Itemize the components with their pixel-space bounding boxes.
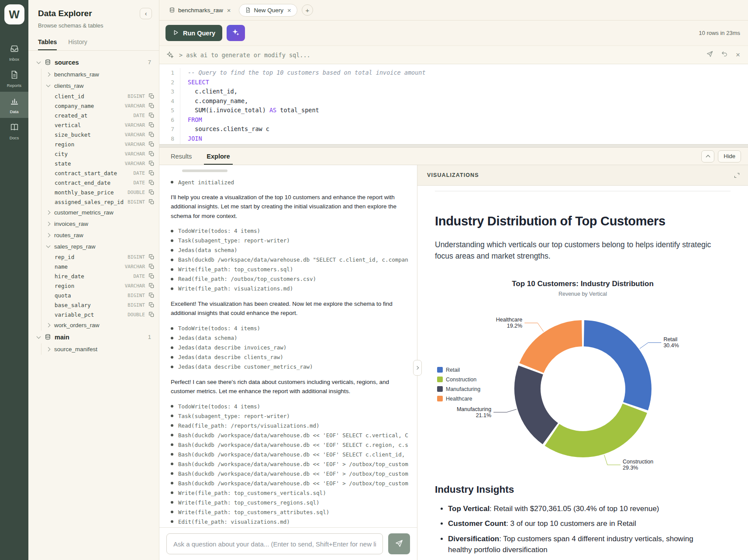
expand-icon[interactable] — [734, 172, 740, 179]
chevron-icon[interactable] — [46, 210, 51, 214]
chevron-icon[interactable] — [46, 347, 51, 351]
log-tool-entry[interactable]: Edit(file_path: visualizations.md) — [171, 517, 408, 526]
editor-resize-handle[interactable] — [159, 144, 748, 148]
copy-icon[interactable] — [148, 302, 155, 308]
tab-explore[interactable]: Explore — [207, 148, 230, 165]
tree-schema-sources[interactable]: sources7 — [37, 56, 155, 69]
tree-column-rep_id[interactable]: rep_idBIGINT — [37, 252, 155, 262]
add-tab-button[interactable]: + — [302, 4, 313, 16]
tree-table-source_manifest[interactable]: source_manifest — [37, 343, 155, 355]
chevron-icon[interactable] — [37, 334, 41, 339]
copy-icon[interactable] — [148, 122, 155, 128]
visualizations-body[interactable]: Industry Distribution of Top Customers U… — [417, 186, 748, 560]
chevron-icon[interactable] — [37, 59, 41, 64]
tree-column-assigned_sales_rep_id[interactable]: assigned_sales_rep_idBIGINT — [37, 197, 155, 207]
log-tool-entry[interactable]: Jedas(data describe customer_metrics_raw… — [171, 362, 408, 372]
close-icon[interactable]: × — [736, 51, 740, 59]
copy-icon[interactable] — [148, 93, 155, 99]
log-tool-entry[interactable]: Task(subagent_type: report-writer) — [171, 411, 408, 421]
chevron-icon[interactable] — [46, 244, 51, 248]
log-tool-entry[interactable]: Write(file_path: top_customers_verticals… — [171, 488, 408, 498]
sidebar-item-docs[interactable]: Docs — [0, 118, 28, 144]
log-tool-entry[interactable]: TodoWrite(todos: 4 items) — [171, 324, 408, 333]
log-tool-entry[interactable]: Jedas(data describe clients_raw) — [171, 353, 408, 362]
ai-assist-button[interactable] — [227, 25, 245, 41]
copy-icon[interactable] — [148, 189, 155, 195]
copy-icon[interactable] — [148, 254, 155, 260]
split-expand-handle[interactable] — [413, 360, 422, 376]
close-icon[interactable]: × — [287, 7, 291, 14]
log-tool-entry[interactable]: Write(file_path: visualizations.md) — [171, 284, 408, 294]
chevron-icon[interactable] — [46, 72, 51, 76]
donut-slice-healthcare[interactable] — [531, 333, 582, 368]
donut-slice-construction[interactable] — [552, 408, 635, 444]
log-tool-entry[interactable]: Write(file_path: top_customers_regions.s… — [171, 498, 408, 507]
tree-column-region[interactable]: regionVARCHAR — [37, 281, 155, 290]
close-icon[interactable]: × — [227, 7, 231, 14]
tree-schema-main[interactable]: main1 — [37, 331, 155, 343]
log-tool-entry[interactable]: TodoWrite(todos: 4 items) — [171, 226, 408, 236]
copy-icon[interactable] — [148, 170, 155, 176]
copy-icon[interactable] — [148, 263, 155, 270]
send-icon[interactable] — [706, 50, 714, 59]
log-tool-entry[interactable]: Write(file_path: top_customers_attribute… — [171, 507, 408, 517]
send-message-button[interactable] — [388, 533, 410, 554]
tree-column-monthly_base_price[interactable]: monthly_base_priceDOUBLE — [37, 187, 155, 197]
log-tool-entry[interactable]: Jedas(data schema) — [171, 333, 408, 343]
copy-icon[interactable] — [148, 131, 155, 138]
log-tool-entry[interactable]: Jedas(data describe invoices_raw) — [171, 343, 408, 353]
app-logo[interactable]: W — [4, 4, 24, 24]
tree-column-name[interactable]: nameVARCHAR — [37, 262, 155, 271]
tree-column-client_id[interactable]: client_idBIGINT — [37, 91, 155, 101]
agent-log-scroll[interactable]: Agent initializedI'll help you create a … — [159, 165, 417, 527]
log-tool-entry[interactable]: Bash(duckdb /workspace/data/warehouse.db… — [171, 255, 408, 265]
log-tool-entry[interactable]: TodoWrite(todos: 4 items) — [171, 401, 408, 411]
chevron-icon[interactable] — [46, 323, 51, 327]
tree-column-quota[interactable]: quotaBIGINT — [37, 290, 155, 300]
tree-column-state[interactable]: stateVARCHAR — [37, 159, 155, 168]
log-tool-entry[interactable]: Bash(duckdb /workspace/data/warehouse.db… — [171, 440, 408, 449]
tree-column-city[interactable]: cityVARCHAR — [37, 149, 155, 159]
log-tool-entry[interactable]: Read(file_path: /reports/visualizations.… — [171, 421, 408, 430]
chevron-icon[interactable] — [46, 83, 51, 87]
ai-prompt-input[interactable] — [179, 52, 701, 59]
chevron-icon[interactable] — [46, 221, 51, 226]
tab-results[interactable]: Results — [171, 148, 192, 165]
chat-input[interactable] — [166, 533, 383, 554]
log-tool-entry[interactable]: Write(file_path: top_customers.sql) — [171, 265, 408, 274]
donut-slice-retail[interactable] — [584, 333, 638, 406]
copy-icon[interactable] — [148, 292, 155, 298]
copy-icon[interactable] — [148, 311, 155, 318]
sidebar-item-inbox[interactable]: Inbox — [0, 39, 28, 66]
tree-column-variable_pct[interactable]: variable_pctDOUBLE — [37, 310, 155, 319]
editor-code[interactable]: -- Query to find the top 10 customers ba… — [180, 68, 748, 144]
undo-icon[interactable] — [721, 50, 728, 59]
copy-icon[interactable] — [148, 112, 155, 118]
tree-column-size_bucket[interactable]: size_bucketVARCHAR — [37, 130, 155, 139]
log-tool-entry[interactable]: Bash(duckdb /workspace/data/warehouse.db… — [171, 469, 408, 478]
collapse-panel-button[interactable]: ‹ — [140, 8, 152, 19]
log-tool-entry[interactable]: Task(subagent_type: report-writer) — [171, 236, 408, 245]
log-scrollbar-thumb[interactable] — [182, 169, 228, 172]
copy-icon[interactable] — [148, 199, 155, 205]
tree-column-vertical[interactable]: verticalVARCHAR — [37, 120, 155, 130]
tree-column-contract_end_date[interactable]: contract_end_dateDATE — [37, 178, 155, 187]
run-query-button[interactable]: Run Query — [165, 25, 222, 41]
tree-column-created_at[interactable]: created_atDATE — [37, 111, 155, 120]
copy-icon[interactable] — [148, 180, 155, 186]
collapse-results-button[interactable] — [701, 150, 714, 162]
copy-icon[interactable] — [148, 141, 155, 147]
tree-column-hire_date[interactable]: hire_dateDATE — [37, 271, 155, 281]
tree-table-invoices_raw[interactable]: invoices_raw — [37, 218, 155, 229]
copy-icon[interactable] — [148, 103, 155, 109]
tree-column-contract_start_date[interactable]: contract_start_dateDATE — [37, 168, 155, 178]
query-tab-new-query[interactable]: New Query× — [239, 4, 297, 17]
tree-table-work_orders_raw[interactable]: work_orders_raw — [37, 319, 155, 331]
sql-editor[interactable]: 12345678 -- Query to find the top 10 cus… — [159, 64, 748, 144]
copy-icon[interactable] — [148, 160, 155, 166]
log-tool-entry[interactable]: Bash(duckdb /workspace/data/warehouse.db… — [171, 459, 408, 469]
log-tool-entry[interactable]: Jedas(data schema) — [171, 245, 408, 255]
chevron-icon[interactable] — [46, 233, 51, 237]
query-tab-benchmarks_raw[interactable]: benchmarks_raw× — [165, 4, 234, 16]
sidebar-item-reports[interactable]: Reports — [0, 66, 28, 92]
